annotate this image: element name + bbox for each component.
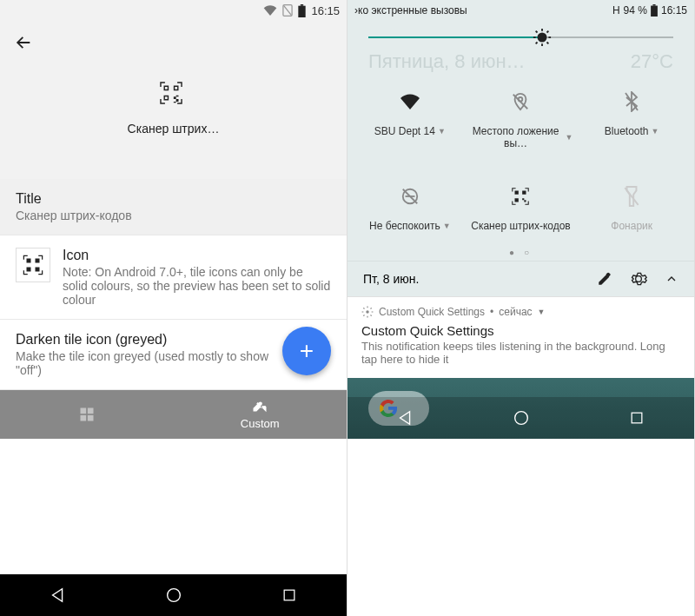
dnd-off-icon [358, 183, 462, 209]
svg-rect-7 [88, 415, 94, 421]
svg-rect-3 [301, 4, 303, 6]
qs-footer: Пт, 8 июн. [348, 261, 694, 296]
brightness-slider[interactable] [348, 21, 694, 45]
svg-rect-4 [80, 408, 86, 414]
battery-icon [298, 4, 306, 17]
gear-icon [361, 306, 374, 318]
svg-point-28 [366, 310, 369, 314]
nav-bar [0, 574, 347, 616]
page-indicator: ● ○ [348, 242, 694, 261]
icon-label: Icon [63, 248, 331, 263]
status-bar: 16:15 [0, 0, 347, 21]
icon-note: Note: On Android 7.0+, tile icons can on… [63, 265, 331, 307]
wifi-icon [358, 89, 462, 115]
svg-rect-30 [632, 413, 642, 423]
svg-point-12 [538, 33, 547, 43]
tile-bluetooth[interactable]: Bluetooth▼ [576, 85, 687, 154]
darken-row[interactable]: Darken tile icon (greyed) Make the tile … [0, 320, 347, 390]
edit-icon[interactable] [597, 271, 612, 287]
tile-scanner[interactable]: Сканер штрих-кодов [466, 180, 577, 235]
svg-line-1 [284, 5, 292, 15]
tile-wifi[interactable]: SBU Dept 14▼ [354, 85, 466, 154]
notification-card[interactable]: Custom Quick Settings • сейчас ▼ Custom … [348, 296, 694, 378]
svg-rect-10 [651, 6, 658, 17]
tile-flashlight[interactable]: Фонарик [576, 180, 687, 235]
header [0, 21, 347, 70]
status-time: 16:15 [311, 4, 340, 17]
battery-icon [651, 4, 658, 17]
darken-label: Darken tile icon (greyed) [16, 332, 277, 348]
svg-line-17 [536, 31, 538, 33]
svg-line-18 [547, 43, 549, 44]
brightness-thumb-icon[interactable] [533, 28, 552, 47]
gear-icon[interactable] [630, 270, 647, 288]
footer-date: Пт, 8 июн. [363, 272, 579, 286]
tab-custom[interactable]: Custom [174, 390, 348, 439]
tile-location[interactable]: Местопо ложение вы…▼ [466, 85, 577, 154]
back-button[interactable] [14, 33, 333, 52]
location-off-icon [469, 89, 573, 115]
notif-header: Custom Quick Settings • сейчас ▼ [361, 306, 680, 318]
svg-line-20 [547, 31, 549, 33]
qr-icon [156, 78, 191, 113]
nav-bar [348, 397, 694, 439]
tile-preview: Сканер штрих… [0, 70, 347, 179]
signal-type: H [612, 4, 620, 17]
notif-title: Custom Quick Settings [361, 323, 680, 338]
bottom-tabs: Custom [0, 390, 347, 439]
no-sim-icon [282, 4, 293, 17]
quick-settings-tiles: SBU Dept 14▼ Местопо ложение вы…▼ Blueto… [348, 82, 694, 242]
svg-point-29 [515, 412, 528, 425]
chevron-down-icon: ▼ [538, 308, 546, 316]
status-time: 16:15 [661, 4, 687, 17]
left-phone: 16:15 Сканер штрих… Title Сканер штрих-к… [0, 0, 348, 616]
bluetooth-off-icon [579, 89, 684, 115]
svg-rect-11 [652, 4, 655, 6]
tab-custom-label: Custom [241, 417, 280, 430]
date-weather-faded: Пятница, 8 июн… 27°C [348, 45, 694, 82]
nav-recent[interactable] [281, 586, 298, 604]
battery-percent: 94 % [624, 4, 647, 17]
chevron-down-icon: ▼ [443, 222, 451, 231]
nav-back[interactable] [396, 408, 415, 427]
chevron-up-icon[interactable] [665, 272, 678, 286]
icon-thumbnail [16, 248, 50, 282]
nav-home[interactable] [164, 586, 183, 605]
wifi-icon [263, 5, 277, 16]
notif-when: сейчас [499, 306, 532, 318]
qr-icon [469, 183, 573, 209]
title-label: Title [16, 191, 331, 207]
svg-rect-6 [80, 415, 86, 421]
svg-point-8 [168, 589, 181, 602]
svg-rect-9 [284, 590, 295, 600]
flashlight-off-icon [579, 183, 684, 209]
carrier-text: ›ко экстренные вызовы [354, 4, 467, 17]
chevron-down-icon: ▼ [565, 133, 573, 142]
svg-line-19 [536, 43, 538, 44]
nav-back[interactable] [49, 586, 68, 605]
notif-body: This notification keeps tiles listening … [361, 340, 680, 366]
preview-label: Сканер штрих… [0, 122, 347, 136]
status-bar: ›ко экстренные вызовы H 94 % 16:15 [348, 0, 694, 21]
title-value: Сканер штрих-кодов [16, 209, 331, 222]
darken-note: Make the tile icon greyed (used mostly t… [16, 349, 277, 377]
fab-add-button[interactable]: + [282, 327, 331, 375]
notif-app: Custom Quick Settings [379, 306, 485, 318]
nav-recent[interactable] [628, 409, 645, 427]
svg-rect-5 [88, 408, 94, 414]
tile-dnd[interactable]: Не беспокоить▼ [354, 180, 466, 235]
chevron-down-icon: ▼ [652, 127, 659, 136]
nav-home[interactable] [512, 408, 531, 427]
icon-row[interactable]: Icon Note: On Android 7.0+, tile icons c… [0, 235, 347, 320]
title-row[interactable]: Title Сканер штрих-кодов [0, 179, 347, 235]
svg-rect-2 [299, 5, 306, 17]
tab-tiles[interactable] [0, 390, 174, 439]
right-phone: ›ко экстренные вызовы H 94 % 16:15 Пятни… [348, 0, 695, 616]
chevron-down-icon: ▼ [438, 127, 446, 136]
